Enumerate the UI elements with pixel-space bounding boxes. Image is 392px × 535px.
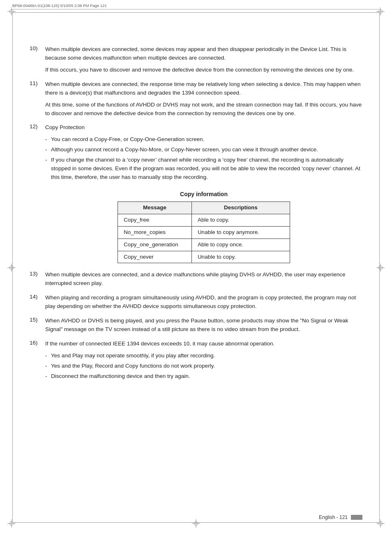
item-14-content: When playing and recording a program sim… xyxy=(45,294,362,311)
item-10-para2: If this occurs, you have to discover and… xyxy=(45,66,362,74)
table-cell-one-gen-msg: Copy_one_generation xyxy=(118,239,192,251)
item-14-number: 14) xyxy=(30,294,45,300)
table-cell-no-more-msg: No_more_copies xyxy=(118,226,192,239)
crosshair-bottom-right xyxy=(376,519,385,528)
item-15-number: 15) xyxy=(30,317,45,323)
item-11: 11) When multiple devices are connected,… xyxy=(30,80,362,118)
table-cell-copy-free-desc: Able to copy. xyxy=(191,214,290,226)
item-11-content: When multiple devices are connected, the… xyxy=(45,80,362,118)
item-13-text: When multiple devices are connected, and… xyxy=(45,271,362,288)
footer-text: English - 121 xyxy=(319,514,348,520)
item-16: 16) If the number of connected IEEE 1394… xyxy=(30,340,362,382)
table-cell-never-msg: Copy_never xyxy=(118,251,192,263)
item-12-bullet-2: Although you cannot record a Copy-No-Mor… xyxy=(45,146,362,154)
item-16-bullet-1: Yes and Play may not operate smoothly, i… xyxy=(45,352,362,360)
item-12-bullets: You can record a Copy-Free, or Copy-One-… xyxy=(45,135,362,182)
table-header-descriptions: Descriptions xyxy=(191,201,290,214)
table-header-message: Message xyxy=(118,201,192,214)
item-15-text: When AVHDD or DVHS is being played, and … xyxy=(45,317,362,334)
crosshair-top-right xyxy=(376,7,385,16)
item-10-content: When multiple devices are connected, som… xyxy=(45,45,362,74)
header-file-info: BP68-00489A-01(108-125) 5/10/05 2:08 PM … xyxy=(12,3,107,8)
item-16-bullet-2: Yes and the Play, Record and Copy functi… xyxy=(45,362,362,371)
page-footer: English - 121 xyxy=(319,514,362,520)
border-top xyxy=(12,12,380,13)
page-container: BP68-00489A-01(108-125) 5/10/05 2:08 PM … xyxy=(0,0,392,535)
table-cell-never-desc: Unable to copy. xyxy=(191,251,290,263)
page-header: BP68-00489A-01(108-125) 5/10/05 2:08 PM … xyxy=(12,3,380,9)
item-12-number: 12) xyxy=(30,123,45,130)
item-10-number: 10) xyxy=(30,45,45,51)
item-13-number: 13) xyxy=(30,271,45,277)
crosshair-bottom-left xyxy=(7,519,16,528)
table-cell-copy-free-msg: Copy_free xyxy=(118,214,192,226)
item-12-content: Copy Protection You can record a Copy-Fr… xyxy=(45,123,362,183)
copy-info-title: Copy information xyxy=(45,191,362,197)
item-14: 14) When playing and recording a program… xyxy=(30,294,362,311)
crosshair-side-left xyxy=(7,264,16,272)
table-cell-one-gen-desc: Able to copy once. xyxy=(191,239,290,251)
table-header-row: Message Descriptions xyxy=(118,201,290,214)
item-16-number: 16) xyxy=(30,340,45,346)
item-16-bullets: Yes and Play may not operate smoothly, i… xyxy=(45,352,362,381)
crosshair-top-left xyxy=(7,7,16,16)
item-11-para2: At this time, some of the functions of A… xyxy=(45,101,362,118)
copy-info-table: Message Descriptions Copy_free Able to c… xyxy=(118,201,290,263)
item-14-text: When playing and recording a program sim… xyxy=(45,294,362,311)
item-12-bullet-3: If you change the channel to a ‘copy nev… xyxy=(45,156,362,182)
footer-bar xyxy=(351,515,362,520)
item-13: 13) When multiple devices are connected,… xyxy=(30,271,362,288)
item-15: 15) When AVHDD or DVHS is being played, … xyxy=(30,317,362,334)
table-row: Copy_free Able to copy. xyxy=(118,214,290,226)
item-12-bullet-1: You can record a Copy-Free, or Copy-One-… xyxy=(45,135,362,144)
item-15-content: When AVHDD or DVHS is being played, and … xyxy=(45,317,362,334)
table-row: Copy_never Unable to copy. xyxy=(118,251,290,263)
table-row: No_more_copies Unable to copy anymore. xyxy=(118,226,290,239)
item-10-para1: When multiple devices are connected, som… xyxy=(45,45,362,63)
crosshair-side-right xyxy=(376,264,385,272)
item-11-number: 11) xyxy=(30,80,45,86)
copy-info-section: Copy information Message Descriptions Co… xyxy=(45,191,362,263)
crosshair-center-bottom xyxy=(192,519,200,528)
item-12-label: Copy Protection xyxy=(45,123,362,132)
table-row: Copy_one_generation Able to copy once. xyxy=(118,239,290,251)
item-16-bullet-3: Disconnect the malfunctioning device and… xyxy=(45,372,362,381)
item-16-label: If the number of connected IEEE 1394 dev… xyxy=(45,340,362,348)
table-cell-no-more-desc: Unable to copy anymore. xyxy=(191,226,290,239)
item-10: 10) When multiple devices are connected,… xyxy=(30,45,362,74)
page-content: 10) When multiple devices are connected,… xyxy=(30,45,362,510)
item-12: 12) Copy Protection You can record a Cop… xyxy=(30,123,362,183)
item-11-para1: When multiple devices are connected, the… xyxy=(45,80,362,97)
item-13-content: When multiple devices are connected, and… xyxy=(45,271,362,288)
item-16-content: If the number of connected IEEE 1394 dev… xyxy=(45,340,362,382)
